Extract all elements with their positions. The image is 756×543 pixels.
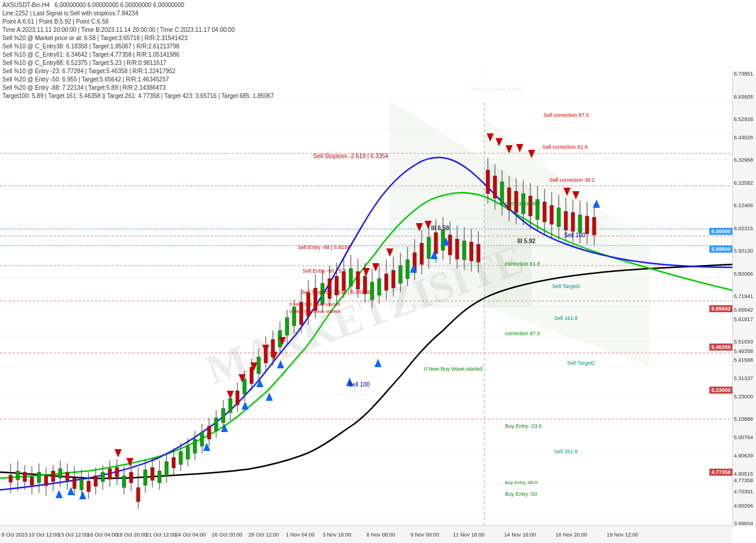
svg-text:correction 61.8: correction 61.8 [505, 261, 540, 267]
time-oct24: 24 Oct 04:00 [175, 532, 206, 538]
price-6023: 6.02315 [734, 225, 755, 231]
sell-lines: Sell %20 @ Market price or at: 6.58 | Ta… [2, 34, 730, 92]
sell-line: Sell %10 @ C_Entry88: 6.52375 | Target:5… [2, 59, 730, 67]
svg-rect-161 [477, 244, 480, 262]
time-oct13: 13 Oct 12:00 [58, 532, 89, 538]
svg-rect-93 [236, 391, 239, 405]
svg-rect-75 [172, 457, 175, 468]
svg-rect-149 [434, 233, 438, 254]
svg-rect-49 [80, 479, 83, 490]
svg-rect-165 [493, 176, 497, 198]
price-4602: 4.60266 [734, 503, 755, 509]
time-oct16: 16 Oct 04:00 [87, 532, 118, 538]
price-6636: 6.63605 [734, 94, 755, 100]
svg-rect-187 [571, 212, 575, 231]
price-5921: 5.92130 [734, 248, 755, 254]
svg-rect-183 [557, 208, 561, 227]
price-4703: 4.70391 [734, 489, 755, 495]
svg-rect-127 [356, 272, 360, 289]
svg-text:Sell Stoploss 2.618 | 5.65609: Sell Stoploss 2.618 | 5.65609 [301, 289, 370, 295]
price-4906: 4.90639 [734, 453, 755, 459]
svg-rect-85 [207, 426, 211, 439]
svg-rect-59 [115, 467, 119, 477]
svg-rect-51 [87, 481, 90, 492]
svg-rect-83 [200, 432, 204, 446]
time-oct29: 29 Oct 12:00 [249, 532, 279, 538]
svg-text:0 New Buy Wave started: 0 New Buy Wave started [424, 366, 483, 372]
svg-rect-139 [399, 266, 402, 283]
price-axis: 6.73851 6.63605 6.52928 6.43028 6.32968 … [732, 71, 756, 525]
svg-rect-191 [585, 216, 589, 234]
svg-rect-133 [377, 279, 381, 295]
svg-rect-91 [229, 398, 232, 413]
time-nov3: 3 Nov 16:00 [322, 532, 351, 538]
svg-rect-45 [66, 472, 69, 480]
time-nov6: 6 Nov 08:00 [367, 532, 396, 538]
time-nov9: 9 Nov 00:00 [410, 532, 439, 538]
time-axis: 8 Oct 2023 10 Oct 12:00 13 Oct 12:00 16 … [0, 525, 732, 543]
price-box-598: 5.89800 [709, 246, 732, 253]
svg-text:Buy Entry -50: Buy Entry -50 [505, 491, 537, 497]
svg-text:Sell Target2: Sell Target2 [567, 360, 595, 366]
svg-rect-99 [257, 357, 260, 374]
sell-line: Sell %10 @ Entry -23: 6.77284 | Target:5… [2, 67, 730, 76]
svg-marker-209 [115, 449, 122, 457]
price-6430: 6.43028 [734, 135, 755, 140]
price-5313: 5.31337 [734, 375, 755, 381]
svg-rect-169 [507, 188, 511, 210]
price-6738: 6.73851 [734, 71, 755, 77]
svg-rect-41 [51, 471, 55, 482]
sell-line: Sell %20 @ Entry -88: 7.22134 | Target:5… [2, 84, 730, 92]
price-5516: 5.51693 [734, 339, 755, 345]
main-chart-svg: MARKETZISITE [0, 71, 732, 525]
info-panel: AXSUSDT-Bin.H4 6.00000000 6.00000000 6.0… [0, 0, 732, 102]
price-5656: 5.65642 [734, 307, 755, 313]
price-overlay [708, 71, 732, 525]
svg-rect-43 [58, 469, 62, 478]
svg-rect-107 [285, 318, 289, 335]
price-5719: 5.71941 [734, 293, 755, 299]
svg-rect-167 [500, 182, 504, 204]
svg-rect-189 [578, 215, 582, 233]
svg-rect-157 [462, 241, 466, 260]
svg-text:Sell Stoploss -2.618 | 6.3354: Sell Stoploss -2.618 | 6.3354 [313, 153, 389, 159]
sell-line: Sell %20 @ Entry -50: 6.955 | Target:5.6… [2, 76, 730, 84]
svg-rect-39 [44, 475, 48, 486]
svg-rect-125 [349, 269, 353, 286]
svg-rect-55 [101, 472, 105, 482]
svg-marker-201 [266, 392, 273, 401]
price-6529: 6.52928 [734, 116, 755, 122]
svg-rect-31 [16, 471, 19, 480]
svg-marker-194 [56, 490, 63, 498]
price-5820: 5.82066 [734, 271, 755, 277]
svg-rect-181 [550, 205, 553, 224]
svg-text:0 New Sell wave started: 0 New Sell wave started [289, 302, 340, 307]
svg-rect-65 [136, 488, 140, 502]
svg-rect-35 [30, 477, 34, 485]
price-4773: 4.77358 [734, 477, 755, 483]
price-box-546: 5.46358 [709, 344, 732, 351]
price-5108: 5.10888 [734, 416, 755, 422]
price-6329: 6.32968 [734, 157, 755, 163]
price-box-477: 4.77358 [709, 469, 732, 476]
time-nov11: 11 Nov 16:00 [453, 532, 485, 538]
svg-marker-217 [363, 268, 370, 276]
svg-rect-123 [342, 272, 346, 290]
time-oct18: 18 Oct 20:00 [116, 532, 147, 538]
svg-rect-159 [470, 242, 473, 261]
svg-marker-27 [484, 118, 650, 366]
svg-rect-73 [165, 462, 168, 476]
svg-marker-210 [126, 458, 133, 466]
price-5463: 5.46358 [734, 348, 755, 354]
price-5618: 5.61817 [734, 316, 755, 322]
svg-text:Sell 100: Sell 100 [564, 232, 586, 238]
svg-rect-145 [420, 243, 423, 264]
svg-rect-63 [129, 472, 133, 483]
svg-rect-179 [543, 202, 546, 222]
symbol-ohlc: AXSUSDT-Bin.H4 6.00000000 6.00000000 6.0… [2, 1, 730, 9]
svg-text:Sell correction 61.8: Sell correction 61.8 [542, 144, 588, 150]
time-oct8: 8 Oct 2023 [2, 532, 28, 538]
svg-text:Sell Entry -88 | 5.8158: Sell Entry -88 | 5.8158 [298, 244, 350, 250]
svg-rect-151 [441, 230, 445, 250]
targets: Target100: 5.89 | Target 161: 5.46358 ||… [2, 92, 730, 100]
